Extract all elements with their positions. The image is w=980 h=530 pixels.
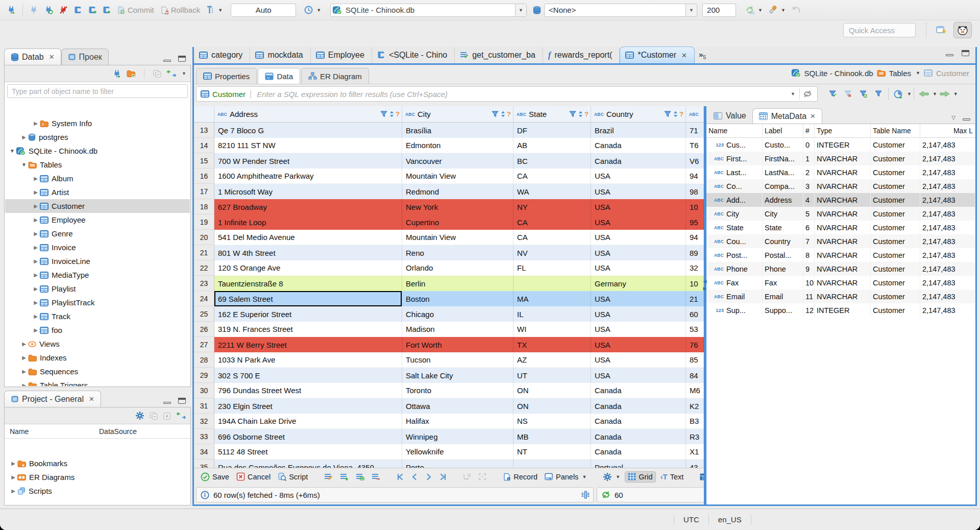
meta-cell-type[interactable]: NVARCHAR xyxy=(815,262,871,276)
tree-item-sqlite-chinook-db[interactable]: ▼SQLite - Chinook.db xyxy=(5,144,190,158)
next-page-button[interactable] xyxy=(937,86,952,102)
tree-item-employee[interactable]: ▶Employee xyxy=(5,213,190,227)
cell-postalcode[interactable]: V6 xyxy=(686,153,704,168)
tree-item-playlist[interactable]: ▶Playlist xyxy=(5,282,190,296)
disconnect-button[interactable] xyxy=(56,2,71,18)
cell-city[interactable]: Redmond xyxy=(402,184,513,199)
cell-address[interactable]: Tauentzienstraße 8 xyxy=(214,276,402,291)
cell-state[interactable]: CA xyxy=(513,230,591,245)
connect-button[interactable] xyxy=(27,2,41,18)
meta-cell-ordinal[interactable]: 6 xyxy=(803,221,815,234)
cell-country[interactable]: Brazil xyxy=(591,123,686,138)
cell-postalcode[interactable]: 84 xyxy=(686,368,704,383)
tree-expand-icon[interactable]: ▶ xyxy=(32,272,40,278)
column-name[interactable]: Name xyxy=(5,427,99,436)
editor-tab--customer[interactable]: *Customer✕ xyxy=(620,46,694,63)
meta-cell-name[interactable]: 123Cus... xyxy=(706,138,763,152)
metadata-row-compa-[interactable]: ABCCo...Compa...3NVARCHARCustomer2,147,4… xyxy=(706,179,975,193)
tree-item-track[interactable]: ▶Track xyxy=(5,309,190,323)
tree-expand-icon[interactable]: ▶ xyxy=(32,286,40,292)
meta-cell-name[interactable]: ABCEmail xyxy=(706,290,763,303)
meta-cell-name[interactable]: ABCPhone xyxy=(706,262,763,276)
row-number[interactable]: 22 xyxy=(194,260,214,276)
edit-cell-button[interactable] xyxy=(322,472,335,481)
cell-city[interactable]: Boston xyxy=(402,291,513,306)
column-hint-icon[interactable]: ? xyxy=(584,110,589,118)
row-number[interactable]: 31 xyxy=(194,398,214,414)
open-sql-script-button[interactable] xyxy=(85,2,100,18)
tree-expand-icon[interactable]: ▶ xyxy=(9,461,17,466)
previous-row-button[interactable] xyxy=(408,472,421,481)
cell-postalcode[interactable]: 71 xyxy=(686,123,704,138)
cell-address[interactable]: 194A Chain Lake Drive xyxy=(214,414,402,429)
metadata-row-country[interactable]: ABCCou...Country7NVARCHARCustomer2,147,4… xyxy=(706,234,975,248)
cell-state[interactable]: NS xyxy=(513,414,591,429)
meta-cell-ordinal[interactable]: 2 xyxy=(803,165,815,179)
compare-button[interactable]: ▼ xyxy=(766,2,789,18)
remove-filter-button[interactable] xyxy=(840,86,855,102)
undo-button[interactable] xyxy=(789,2,804,18)
view-menu-icon[interactable]: ▽ xyxy=(951,115,955,121)
tab-properties[interactable]: Properties xyxy=(196,68,257,84)
close-icon[interactable]: ✕ xyxy=(89,395,94,403)
cell-city[interactable]: New York xyxy=(402,199,513,214)
column-sort-icon[interactable] xyxy=(578,111,583,117)
cell-city[interactable]: Fort Worth xyxy=(402,337,513,352)
meta-cell-name[interactable]: ABCState xyxy=(706,221,763,234)
meta-cell-type[interactable]: NVARCHAR xyxy=(815,276,871,290)
meta-cell-name[interactable]: 123Sup... xyxy=(706,303,763,317)
metadata-column-type[interactable]: Type xyxy=(815,124,871,138)
cell-city[interactable]: Toronto xyxy=(402,383,513,398)
column-header-state[interactable]: ABCState? xyxy=(513,106,591,123)
meta-cell-name[interactable]: ABCFirst... xyxy=(706,152,763,165)
cell-address[interactable]: 1033 N Park Ave xyxy=(214,352,402,368)
link-with-editor-icon[interactable] xyxy=(166,70,177,77)
cell-address[interactable]: Rua dos Campeões Europeus de Viena, 4350 xyxy=(214,460,402,468)
chevron-down-icon[interactable]: ▼ xyxy=(933,91,937,97)
cell-country[interactable]: Germany xyxy=(591,276,686,291)
last-row-button[interactable] xyxy=(437,472,449,481)
cell-state[interactable]: NV xyxy=(513,245,591,260)
tree-item-sequences[interactable]: ▶Sequences xyxy=(5,365,190,378)
cell-postalcode[interactable]: K2 xyxy=(686,398,704,414)
cell-address[interactable]: 801 W 4th Street xyxy=(214,245,402,260)
meta-cell-ordinal[interactable]: 12 xyxy=(803,303,815,317)
chevron-down-icon[interactable]: ▼ xyxy=(916,70,920,76)
column-sort-icon[interactable] xyxy=(501,111,505,117)
tree-expand-icon[interactable]: ▶ xyxy=(32,176,40,181)
row-number[interactable]: 34 xyxy=(194,444,214,460)
row-number[interactable]: 25 xyxy=(194,306,214,322)
cell-city[interactable]: Brasília xyxy=(402,123,513,138)
meta-cell-table[interactable]: Customer xyxy=(871,207,920,221)
commit-button[interactable]: Commit xyxy=(114,2,157,18)
meta-cell-maxlen[interactable]: 2,147,483 xyxy=(920,152,975,165)
reconnect-button[interactable] xyxy=(41,2,56,18)
meta-cell-name[interactable]: ABCFax xyxy=(706,276,763,290)
project-item-bookmarks[interactable]: ▶★Bookmarks xyxy=(5,456,190,470)
next-row-button[interactable] xyxy=(423,472,435,481)
row-number[interactable]: 21 xyxy=(194,245,214,260)
meta-cell-label[interactable]: Address xyxy=(763,193,803,207)
row-number[interactable]: 17 xyxy=(194,184,214,199)
column-hint-icon[interactable]: ? xyxy=(679,110,683,118)
meta-cell-ordinal[interactable]: 1 xyxy=(803,152,815,165)
tree-expand-icon[interactable]: ▶ xyxy=(32,314,40,319)
metadata-row-custo-[interactable]: 123Cus...Custo...0INTEGERCustomer2,147,4… xyxy=(706,138,975,152)
cell-country[interactable]: Canada xyxy=(591,429,686,444)
meta-cell-type[interactable]: NVARCHAR xyxy=(815,193,871,207)
cell-address[interactable]: 696 Osborne Street xyxy=(214,429,402,444)
meta-cell-table[interactable]: Customer xyxy=(871,193,920,207)
cell-postalcode[interactable]: B3 xyxy=(686,414,704,429)
cell-country[interactable]: USA xyxy=(591,352,686,368)
maximize-icon[interactable] xyxy=(178,56,186,62)
cell-postalcode[interactable]: 94 xyxy=(686,230,704,245)
meta-cell-maxlen[interactable]: 2,147,483 xyxy=(920,276,975,290)
meta-cell-label[interactable]: Custo... xyxy=(763,138,803,152)
gear-icon[interactable] xyxy=(135,411,144,420)
metadata-column-table-name[interactable]: Table Name xyxy=(871,124,920,138)
breadcrumb-table[interactable]: Customer xyxy=(936,69,969,78)
tree-expand-icon[interactable]: ▶ xyxy=(9,474,17,480)
meta-cell-table[interactable]: Customer xyxy=(871,165,920,179)
cell-country[interactable]: USA xyxy=(591,368,686,383)
custom-filter-button[interactable] xyxy=(871,86,886,102)
